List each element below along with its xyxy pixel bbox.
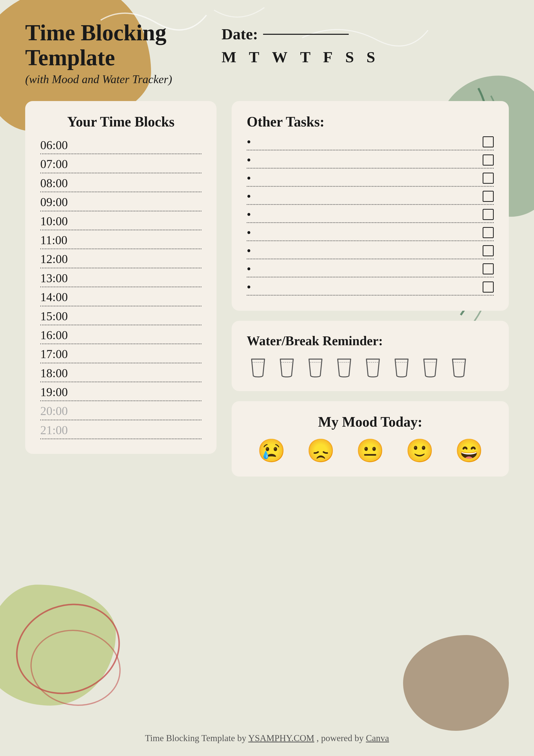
water-cup[interactable] [419,356,442,379]
water-title: Water/Break Reminder: [247,334,494,348]
water-cup[interactable] [304,356,327,379]
task-row: • [247,135,494,149]
task-dotted-line [247,295,494,296]
task-bullet: • [247,262,251,276]
mood-face-icon[interactable]: 🙂 [406,438,434,464]
time-dotted-line [40,306,201,307]
mood-faces-container: 😢😞😐🙂😄 [247,438,494,464]
task-bullet: • [247,135,251,149]
time-dotted-line [40,211,201,211]
water-card: Water/Break Reminder: [232,321,509,391]
water-cup[interactable] [448,356,470,379]
water-cup[interactable] [362,356,384,379]
task-row: • [247,171,494,185]
water-cup[interactable] [247,356,269,379]
time-entries-container: 06:0007:0008:0009:0010:0011:0012:0013:00… [40,137,201,439]
time-dotted-line [40,419,201,420]
time-label: 19:00 [40,384,201,400]
task-row: • [247,280,494,294]
time-dotted-line [40,268,201,268]
task-bullet: • [247,189,251,203]
task-entries-container: ••••••••• [247,135,494,296]
time-dotted-line [40,249,201,249]
task-dotted-line [247,204,494,205]
task-checkbox[interactable] [483,227,494,238]
time-entry: 08:00 [40,176,201,192]
page-content: Time Blocking Template (with Mood and Wa… [0,0,534,756]
footer-link-ysamphy[interactable]: YSAMPHY.COM [248,733,314,743]
two-col-layout: Your Time Blocks 06:0007:0008:0009:0010:… [25,101,509,476]
time-entry: 21:00 [40,422,201,439]
task-bullet: • [247,226,251,239]
tasks-card: Other Tasks: ••••••••• [232,101,509,311]
time-label: 14:00 [40,289,201,305]
time-dotted-line [40,230,201,230]
task-row: • [247,226,494,239]
task-checkbox[interactable] [483,282,494,293]
task-checkbox[interactable] [483,209,494,220]
time-dotted-line [40,363,201,364]
task-dotted-line [247,168,494,169]
task-bullet: • [247,207,251,221]
mood-card: My Mood Today: 😢😞😐🙂😄 [232,401,509,476]
task-bullet: • [247,244,251,257]
mood-face-icon[interactable]: 😢 [257,438,286,464]
task-dotted-line [247,258,494,259]
time-dotted-line [40,286,201,287]
task-checkbox[interactable] [483,136,494,148]
day-letter: F [323,48,333,66]
task-row: • [247,207,494,221]
time-label: 13:00 [40,270,201,286]
time-label: 15:00 [40,309,201,324]
time-label: 12:00 [40,251,201,267]
task-checkbox[interactable] [483,173,494,184]
water-cup[interactable] [390,356,413,379]
task-checkbox[interactable] [483,263,494,274]
time-label: 07:00 [40,156,201,172]
time-dotted-line [40,173,201,174]
task-checkbox[interactable] [483,245,494,256]
day-letter: T [249,48,259,66]
task-row: • [247,244,494,257]
subtitle: (with Mood and Water Tracker) [25,72,201,86]
task-row: • [247,189,494,203]
day-letter: W [272,48,288,66]
mood-face-icon[interactable]: 😐 [356,438,384,464]
water-cup[interactable] [333,356,355,379]
time-label: 06:00 [40,137,201,153]
task-checkbox[interactable] [483,191,494,202]
time-label: 10:00 [40,213,201,229]
task-bullet: • [247,171,251,185]
time-entry: 17:00 [40,346,201,363]
date-line[interactable] [263,34,349,35]
time-dotted-line [40,343,201,344]
mood-face-icon[interactable]: 😄 [455,438,483,464]
time-label: 09:00 [40,194,201,210]
day-letter: M [221,48,237,66]
time-label: 16:00 [40,327,201,343]
task-checkbox[interactable] [483,154,494,166]
time-entry: 19:00 [40,384,201,401]
date-row: Date: [221,25,509,43]
title-block: Time Blocking Template (with Mood and Wa… [25,20,201,86]
right-column: Other Tasks: ••••••••• Water/Break Remin… [232,101,509,476]
task-dotted-line [247,277,494,278]
time-entry: 18:00 [40,365,201,382]
water-cup[interactable] [275,356,298,379]
header: Time Blocking Template (with Mood and Wa… [25,20,509,86]
time-entry: 13:00 [40,270,201,287]
time-entry: 12:00 [40,251,201,268]
task-bullet: • [247,280,251,294]
time-entry: 16:00 [40,327,201,344]
date-block: Date: MTWTFSS [221,25,509,66]
footer: Time Blocking Template by YSAMPHY.COM , … [0,733,534,743]
time-dotted-line [40,153,201,154]
time-label: 21:00 [40,422,201,438]
mood-title: My Mood Today: [247,414,494,430]
footer-link-canva[interactable]: Canva [366,733,389,743]
time-label: 17:00 [40,346,201,362]
time-entry: 20:00 [40,403,201,420]
footer-text-middle: , powered by [314,733,366,743]
date-label: Date: [221,25,258,43]
mood-face-icon[interactable]: 😞 [307,438,335,464]
